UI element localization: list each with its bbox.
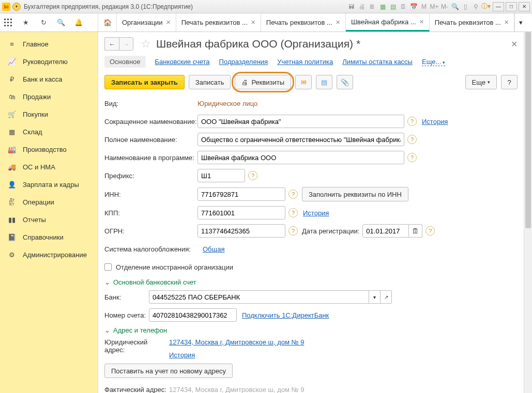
hint-icon[interactable]: ? [407, 153, 417, 162]
sidebar-item-purchases[interactable]: 🛒Покупки [0, 105, 98, 123]
scrollbar-thumb[interactable] [525, 32, 531, 228]
dropdown-icon[interactable]: ▾ [369, 290, 381, 304]
more-button[interactable]: Еще▾ [465, 75, 497, 89]
close-icon[interactable]: ✕ [251, 19, 255, 26]
maximize-button[interactable]: □ [506, 2, 517, 11]
sidebar-item-salary[interactable]: 👤Зарплата и кадры [0, 176, 98, 193]
fill-by-inn-button[interactable]: Заполнить реквизиты по ИНН [302, 187, 408, 201]
sidebar-item-sales[interactable]: 🛍Продажи [0, 88, 98, 105]
hint-icon[interactable]: ? [288, 190, 298, 199]
favorite-icon[interactable]: ☆ [141, 37, 151, 51]
attach-button[interactable]: 📎 [337, 75, 353, 89]
save-close-button[interactable]: Записать и закрыть [104, 75, 185, 89]
mail-button[interactable]: ✉ [295, 75, 312, 89]
m-plus-icon[interactable]: M+ [430, 2, 439, 11]
subtab-more[interactable]: Еще... [422, 58, 445, 66]
hint-icon[interactable]: ? [248, 171, 257, 180]
history-link[interactable]: История [303, 209, 329, 217]
forward-button[interactable]: → [119, 37, 133, 51]
inn-field[interactable] [197, 187, 285, 201]
sidebar-item-reports[interactable]: ▮▮Отчеты [0, 211, 98, 228]
bell-icon[interactable]: 🔔 [73, 18, 84, 28]
subtab-bankaccounts[interactable]: Банковские счета [155, 58, 210, 66]
help-button[interactable]: ? [501, 75, 518, 89]
key-icon[interactable]: ⚲ [471, 2, 480, 11]
register-new-address-button[interactable]: Поставить на учет по новому адресу [104, 364, 233, 378]
zoom-icon[interactable]: 🔍 [450, 2, 460, 11]
save-icon[interactable]: 🖬 [347, 2, 356, 11]
excel-icon[interactable]: ▦ [378, 2, 387, 11]
requisites-button[interactable]: 🖨 Реквизиты [235, 75, 291, 89]
sidebar-item-main[interactable]: ≡Главное [0, 35, 98, 53]
hint-icon[interactable]: ? [407, 117, 417, 126]
apps-icon[interactable] [3, 18, 13, 28]
close-form-button[interactable]: ✕ [511, 39, 518, 49]
hint-icon[interactable]: ? [288, 226, 298, 235]
open-icon[interactable]: ↗ [381, 290, 392, 304]
subtab-main[interactable]: Основное [104, 56, 146, 68]
sidebar-item-admin[interactable]: ⚙Администрирование [0, 246, 98, 263]
full-name-field[interactable] [197, 133, 404, 146]
star-icon[interactable]: ★ [21, 18, 31, 28]
prefix-field[interactable] [197, 169, 245, 182]
section-bank[interactable]: Основной банковский счет [104, 278, 518, 286]
m-minus-icon[interactable]: M- [440, 2, 449, 11]
history-link[interactable]: История [169, 351, 195, 359]
hint-icon[interactable]: ? [425, 226, 435, 235]
doc-icon[interactable]: 🗎 [368, 2, 377, 11]
m-icon[interactable]: M [419, 2, 429, 11]
tab-3[interactable]: Швейная фабрика ...✕ [346, 13, 430, 32]
list-button[interactable]: ▤ [316, 75, 332, 89]
sidebar-item-warehouse[interactable]: ▦Склад [0, 123, 98, 140]
tab-1[interactable]: Печать реквизитов ...✕ [176, 13, 261, 32]
tab-2[interactable]: Печать реквизитов ...✕ [261, 13, 346, 32]
bank-field[interactable] [149, 290, 369, 304]
search-icon[interactable]: 🔍 [56, 18, 66, 28]
print-icon[interactable]: 🖨 [357, 2, 367, 11]
minimize-button[interactable]: — [493, 2, 504, 11]
tab-0[interactable]: Организации✕ [117, 13, 176, 32]
close-icon[interactable]: ✕ [336, 19, 340, 26]
history-icon[interactable]: ↻ [38, 18, 49, 28]
hint-icon[interactable]: ? [407, 135, 417, 144]
back-button[interactable]: ← [104, 37, 119, 51]
sidebar-item-operations[interactable]: ДтКтОперации [0, 193, 98, 211]
export-icon[interactable]: ▤ [388, 2, 398, 11]
dropdown-icon[interactable]: ▾ [12, 3, 21, 11]
tab-4[interactable]: Печать реквизитов ...✕ [430, 13, 514, 32]
subtab-subdivisions[interactable]: Подразделения [219, 58, 268, 66]
sidebar-item-assets[interactable]: 🚚ОС и НМА [0, 158, 98, 176]
tabs-dropdown-icon[interactable]: ▾ [514, 13, 527, 32]
info-icon[interactable]: ⓘ▾ [481, 2, 491, 11]
calendar2-icon[interactable]: 📅 [409, 2, 418, 11]
sidebar-item-manager[interactable]: 📈Руководителю [0, 53, 98, 70]
sidebar-item-directories[interactable]: 📓Справочники [0, 228, 98, 246]
save-button[interactable]: Записать [189, 75, 231, 89]
sidebar-item-production[interactable]: 🏭Производство [0, 140, 98, 158]
panel-icon[interactable]: ▯ [461, 2, 470, 11]
legal-address-link[interactable]: 127434, Москва г, Дмитровское ш, дом № 9 [169, 338, 304, 346]
hint-icon[interactable]: ? [288, 208, 298, 217]
account-field[interactable] [149, 308, 237, 322]
home-tab-icon[interactable]: 🏠 [98, 13, 117, 32]
ogrn-field[interactable] [197, 224, 285, 238]
history-link[interactable]: История [422, 118, 448, 125]
foreign-checkbox[interactable] [104, 263, 112, 271]
subtab-accpolicy[interactable]: Учетная политика [277, 58, 333, 66]
sidebar-item-bank[interactable]: ₽Банк и касса [0, 70, 98, 88]
kpp-field[interactable] [197, 206, 285, 219]
subtab-cashlimits[interactable]: Лимиты остатка кассы [342, 58, 413, 66]
regdate-field[interactable] [362, 224, 409, 238]
calendar-icon[interactable]: 🗓 [399, 2, 408, 11]
directbank-link[interactable]: Подключить 1С:ДиректБанк [242, 311, 329, 319]
short-name-field[interactable] [197, 115, 404, 128]
close-button[interactable]: ✕ [519, 2, 530, 11]
scrollbar[interactable] [524, 32, 532, 393]
close-icon[interactable]: ✕ [504, 19, 509, 26]
section-address[interactable]: Адрес и телефон [104, 326, 518, 334]
program-name-field[interactable] [197, 151, 404, 164]
close-icon[interactable]: ✕ [166, 19, 171, 26]
tax-link[interactable]: Общая [203, 245, 225, 253]
calendar-icon[interactable]: 🗓 [409, 224, 422, 238]
close-icon[interactable]: ✕ [419, 19, 424, 25]
